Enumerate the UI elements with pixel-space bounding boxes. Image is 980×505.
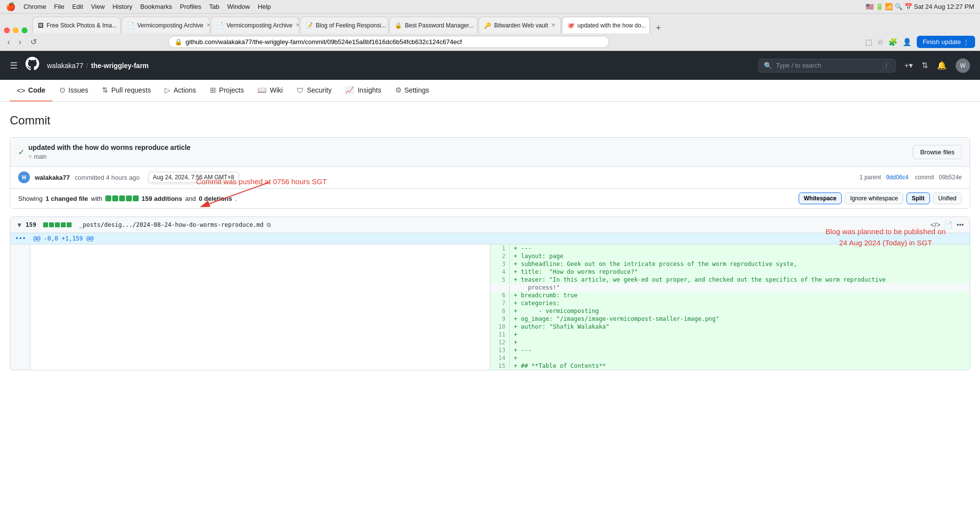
profile-icon[interactable]: 👤 [902,37,913,48]
green-block-4 [61,222,66,227]
open-file-button[interactable]: 📄 [944,221,953,229]
ignore-whitespace-button[interactable]: Ignore whitespace [845,192,903,204]
left-line-num [10,252,30,260]
diff-left-row [10,315,490,323]
diff-block-5 [133,195,139,201]
left-line-num [10,284,30,291]
parent-label: 1 parent [859,174,881,181]
nav-item-pullrequests[interactable]: ⇅ Pull requests [95,80,158,101]
browser-tab-1[interactable]: 🖼 Free Stock Photos & Ima... ✕ [32,17,121,33]
history-menu[interactable]: History [113,3,132,10]
browser-tab-7[interactable]: 🐙 updated with the how do... ✕ [562,17,650,33]
nav-item-wiki[interactable]: 📖 Wiki [251,80,289,101]
tab7-close-button[interactable]: ✕ [649,22,650,28]
help-menu[interactable]: Help [258,3,271,10]
right-line-content: + title: "How do worms reproduce?" [510,268,970,276]
tab-menu[interactable]: Tab [209,3,219,10]
browser-tab-2[interactable]: 📄 Vermicomposting Archive ✕ [122,17,210,33]
nav-item-insights[interactable]: 📈 Insights [338,80,388,101]
edit-menu[interactable]: Edit [72,3,83,10]
apple-menu-icon[interactable]: 🍎 [6,2,16,11]
window-menu[interactable]: Window [227,3,250,10]
browser-tab-3[interactable]: 📄 Vermicomposting Archive ✕ [211,17,299,33]
tab2-close-button[interactable]: ✕ [206,22,210,28]
diff-left-row [10,338,490,346]
view-code-button[interactable]: </> [930,221,940,229]
left-line-num [10,260,30,268]
right-line-num: 15 [490,362,510,370]
tab6-close-button[interactable]: ✕ [551,22,555,28]
avatar[interactable]: W [955,58,970,73]
nav-label-wiki: Wiki [270,86,282,94]
diff-right-row: process!" [490,284,970,291]
page-title: Commit [10,114,970,127]
collapse-diff-button[interactable]: ▼ [16,221,23,229]
inbox-icon[interactable]: 🔔 [936,60,948,71]
copy-path-icon[interactable]: ⧉ [267,221,271,228]
github-search[interactable]: 🔍 / [758,59,896,72]
hunk-range: @@ -0,0 +1,159 @@ [33,235,94,242]
commit-author[interactable]: walakaka77 [35,174,70,181]
search-shortcut: / [883,62,890,70]
browse-files-button[interactable]: Browse files [913,145,962,159]
browser-tab-4[interactable]: 📝 Blog of Feeling Responsi... ✕ [300,17,388,33]
new-item-button[interactable]: +▾ [904,60,914,71]
nav-item-security[interactable]: 🛡 Security [290,80,339,101]
browser-tab-5[interactable]: 🔒 Best Password Manager... ✕ [389,17,477,33]
close-window-button[interactable] [4,27,10,33]
extensions-icon[interactable]: 🧩 [887,37,899,48]
parent-hash-link[interactable]: 9dd06c4 [886,174,908,181]
time-tooltip: Aug 24, 2024, 7:56 AM GMT+8 [149,172,239,183]
new-tab-button[interactable]: + [653,23,664,33]
tab6-favicon: 🔑 [484,22,491,29]
diff-block-1 [105,195,111,201]
unified-button[interactable]: Unified [933,192,962,204]
nav-label-actions: Actions [174,86,196,94]
maximize-window-button[interactable] [22,27,27,33]
actions-icon: ▷ [165,86,171,95]
minimize-window-button[interactable] [13,27,19,33]
github-header: ☰ walakaka77 / the-wriggley-farm 🔍 / +▾ … [0,51,980,80]
expand-icon[interactable]: ••• [15,235,26,242]
right-line-content: + categories: [510,299,970,307]
profiles-menu[interactable]: Profiles [180,3,201,10]
github-logo[interactable] [25,57,39,74]
bookmark-icon[interactable]: ☆ [876,37,884,48]
view-menu[interactable]: View [91,3,105,10]
diff-right-row: 7+ categories: [490,299,970,307]
nav-item-projects[interactable]: ⊞ Projects [203,80,251,101]
check-icon: ✓ [18,147,25,157]
right-line-num: 14 [490,354,510,362]
nav-item-issues[interactable]: ⊙ Issues [52,80,95,101]
tab1-close-button[interactable]: ✕ [120,22,121,28]
cast-icon[interactable]: ⬚ [864,37,873,48]
browser-tab-6[interactable]: 🔑 Bitwarden Web vault ✕ [478,17,561,33]
finish-update-button[interactable]: Finish update ⋮ [917,36,975,48]
file-menu[interactable]: File [54,3,64,10]
whitespace-button[interactable]: Whitespace [799,192,842,204]
chrome-menu[interactable]: Chrome [24,3,46,10]
bookmarks-menu[interactable]: Bookmarks [140,3,172,10]
hamburger-button[interactable]: ☰ [10,60,18,71]
diff-right-row: 3+ subheadline: Geek out on the intricat… [490,260,970,268]
forward-button[interactable]: › [16,37,24,48]
search-input[interactable] [776,62,879,69]
nav-item-code[interactable]: <> Code [10,80,52,101]
tab3-close-button[interactable]: ✕ [296,22,299,28]
nav-item-settings[interactable]: ⚙ Settings [388,80,436,101]
reload-button[interactable]: ↺ [28,36,39,48]
breadcrumb-repo-link[interactable]: the-wriggley-farm [91,62,149,70]
green-block-2 [49,222,54,227]
tab5-close-button[interactable]: ✕ [477,22,477,28]
nav-item-actions[interactable]: ▷ Actions [158,80,203,101]
left-line-content [30,260,490,268]
more-options-button[interactable]: ••• [956,221,964,229]
url-input[interactable] [185,38,603,46]
issues-icon: ⊙ [59,86,66,95]
split-button[interactable]: Split [906,192,930,204]
diff-right-row: 11+ [490,331,970,338]
pull-requests-header-icon[interactable]: ⇅ [921,60,929,71]
breadcrumb-user-link[interactable]: walakaka77 [47,62,83,70]
right-line-content: + og_image: "/images/image-vermicompost-… [510,315,970,323]
back-button[interactable]: ‹ [5,37,12,48]
